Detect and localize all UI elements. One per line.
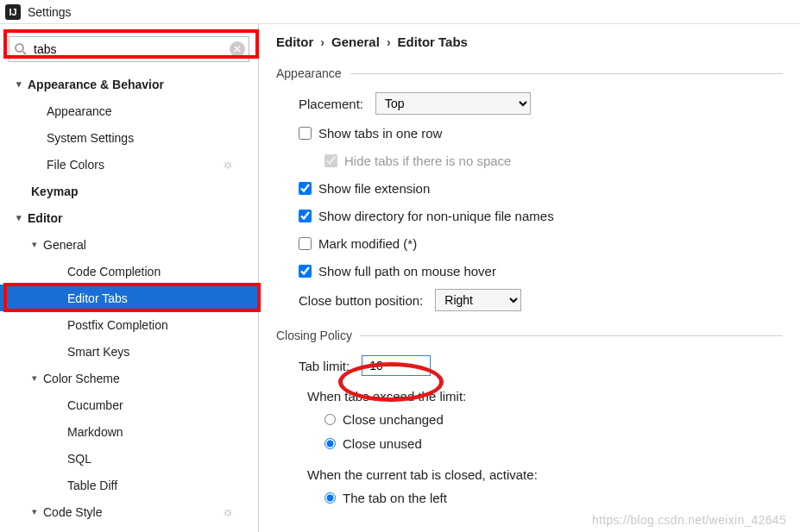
chevron-down-icon[interactable]: ▾: [26, 239, 43, 250]
close-button-pos-select[interactable]: Right: [435, 289, 521, 311]
tree-item-label: General: [43, 238, 86, 252]
sidebar-item-code-style[interactable]: ▾Code Style⛭: [0, 498, 258, 525]
window-title: Settings: [28, 5, 72, 19]
show-file-ext-checkbox[interactable]: [299, 182, 312, 195]
tree-item-label: Table Diff: [67, 479, 117, 492]
gear-icon: ⛭: [223, 158, 234, 171]
sidebar-item-sql[interactable]: SQL: [0, 445, 258, 472]
main-panel: Editor › General › Editor Tabs Appearanc…: [259, 24, 800, 532]
close-unused-label: Close unused: [343, 436, 422, 451]
sidebar-item-editor-tabs[interactable]: Editor Tabs: [0, 285, 258, 311]
show-tabs-one-row-checkbox[interactable]: [299, 127, 312, 140]
tree-item-label: Color Scheme: [43, 372, 120, 385]
show-full-path-label: Show full path on mouse hover: [318, 264, 496, 279]
tree-item-label: Editor Tabs: [67, 291, 128, 305]
sidebar-item-code-completion[interactable]: Code Completion: [0, 258, 258, 285]
hide-tabs-nospace-label: Hide tabs if there is no space: [344, 153, 511, 168]
show-directory-checkbox[interactable]: [299, 210, 312, 222]
app-icon: IJ: [5, 4, 21, 20]
tree-item-label: Appearance & Behavior: [28, 78, 164, 91]
breadcrumb: Editor › General › Editor Tabs: [276, 34, 783, 49]
chevron-down-icon[interactable]: ▾: [26, 506, 43, 517]
sidebar-item-cucumber[interactable]: Cucumber: [0, 391, 258, 418]
sidebar-item-keymap[interactable]: Keymap: [0, 178, 258, 204]
sidebar-item-markdown[interactable]: Markdown: [0, 418, 258, 445]
mark-modified-label: Mark modified (*): [318, 236, 417, 251]
tree-item-label: Appearance: [47, 104, 112, 118]
clear-search-icon[interactable]: ✕: [230, 41, 245, 57]
sidebar-item-general[interactable]: ▾General: [0, 231, 258, 258]
sidebar-item-appearance[interactable]: Appearance: [0, 97, 258, 124]
tree-item-label: Markdown: [67, 425, 123, 439]
tree-item-label: Postfix Completion: [67, 318, 168, 332]
sidebar-item-smart-keys[interactable]: Smart Keys: [0, 338, 258, 365]
tree-item-label: System Settings: [47, 131, 134, 145]
show-directory-label: Show directory for non-unique file names: [318, 209, 554, 223]
section-closing-policy: Closing Policy: [276, 329, 352, 342]
tree-item-label: Keymap: [31, 185, 78, 198]
sidebar: ✕ ▾Appearance & BehaviorAppearanceSystem…: [0, 24, 259, 532]
search-wrap: ✕: [9, 36, 249, 62]
sidebar-item-postfix-completion[interactable]: Postfix Completion: [0, 311, 258, 338]
close-unused-radio[interactable]: [324, 438, 336, 449]
search-icon: [14, 42, 28, 56]
tab-limit-label: Tab limit:: [299, 359, 350, 373]
svg-point-0: [16, 44, 23, 52]
breadcrumb-item[interactable]: Editor: [276, 34, 313, 49]
placement-label: Placement:: [299, 97, 363, 111]
sidebar-item-table-diff[interactable]: Table Diff: [0, 472, 258, 498]
section-appearance: Appearance: [276, 66, 342, 80]
chevron-down-icon[interactable]: ▾: [10, 78, 28, 90]
show-tabs-one-row-label: Show tabs in one row: [318, 126, 442, 141]
gear-icon: ⛭: [223, 505, 234, 518]
sidebar-item-appearance-behavior[interactable]: ▾Appearance & Behavior: [0, 71, 258, 97]
placement-select[interactable]: Top: [375, 92, 531, 115]
tree-item-label: Code Style: [43, 505, 102, 519]
mark-modified-checkbox[interactable]: [299, 237, 312, 250]
tab-limit-input[interactable]: [362, 355, 431, 376]
sidebar-item-file-colors[interactable]: File Colors⛭: [0, 151, 258, 178]
search-input[interactable]: [9, 36, 249, 62]
sidebar-item-editor[interactable]: ▾Editor: [0, 204, 258, 231]
tree-item-label: Smart Keys: [67, 345, 129, 359]
tree-item-label: SQL: [67, 452, 91, 466]
tree-item-label: Code Completion: [67, 265, 161, 279]
tree-item-label: File Colors: [47, 158, 104, 172]
watermark-text: https://blog.csdn.net/weixin_42645: [592, 513, 786, 527]
tree-item-label: Cucumber: [67, 398, 123, 412]
close-unchanged-label: Close unchanged: [343, 412, 444, 427]
show-file-ext-label: Show file extension: [318, 181, 430, 196]
sidebar-item-system-settings[interactable]: System Settings: [0, 124, 258, 151]
chevron-right-icon: ›: [320, 35, 324, 49]
chevron-right-icon: ›: [387, 35, 391, 49]
close-button-pos-label: Close button position:: [299, 293, 423, 308]
tree-item-label: Editor: [28, 211, 62, 225]
svg-line-1: [23, 52, 27, 55]
closed-activate-heading: When the current tab is closed, activate…: [307, 467, 783, 482]
exceed-limit-heading: When tabs exceed the limit:: [307, 389, 783, 404]
breadcrumb-item[interactable]: General: [331, 34, 380, 49]
hide-tabs-nospace-checkbox: [324, 154, 337, 167]
sidebar-item-color-scheme[interactable]: ▾Color Scheme: [0, 365, 258, 391]
tab-left-radio[interactable]: [324, 492, 336, 504]
tab-left-label: The tab on the left: [343, 491, 447, 505]
show-full-path-checkbox[interactable]: [299, 265, 312, 278]
breadcrumb-item: Editor Tabs: [398, 34, 468, 49]
chevron-down-icon[interactable]: ▾: [26, 372, 43, 384]
chevron-down-icon[interactable]: ▾: [10, 212, 28, 223]
close-unchanged-radio[interactable]: [324, 414, 336, 425]
